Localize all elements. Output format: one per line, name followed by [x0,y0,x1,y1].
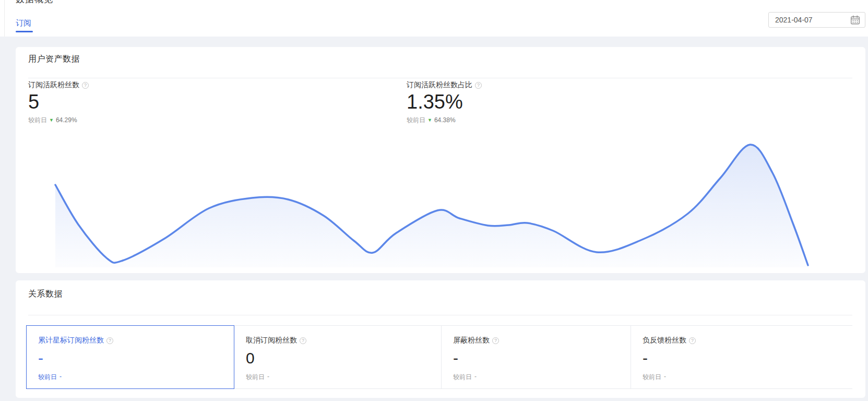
page: 数据概览 订阅 2021-04-07 用户资产数据 [0,0,868,401]
stat-box-label: 屏蔽粉丝数 [453,336,490,345]
card-divider [28,78,852,78]
help-icon[interactable]: ? [300,337,306,344]
stat-box-delta-label: 较前日 [246,373,265,382]
delta-value: 64.29% [56,116,77,124]
stat-box-value: - [453,350,631,367]
metric-value: 1.35% [407,92,482,113]
stat-box-unsubscribed[interactable]: 取消订阅粉丝数 ? 0 较前日 - [234,325,441,389]
stat-box-value: 0 [246,350,441,367]
stat-box-delta-label: 较前日 [453,373,472,382]
stat-box-value: - [38,350,234,367]
card-divider [28,315,852,315]
stat-box-starred-subscribers[interactable]: 累计星标订阅粉丝数 ? - 较前日 - [26,325,234,389]
stat-box-blocked[interactable]: 屏蔽粉丝数 ? - 较前日 - [441,325,631,389]
layout-divider [4,0,5,37]
stat-box-delta-value: - [474,373,477,382]
stat-box-delta-label: 较前日 [643,373,661,382]
help-icon[interactable]: ? [689,337,696,344]
stat-box-delta-value: - [60,373,62,382]
help-icon[interactable]: ? [475,82,482,89]
stat-box-delta-value: - [664,373,666,382]
delta-value: 64.38% [434,116,456,124]
stat-box-delta-label: 较前日 [38,373,57,382]
delta-label: 较前日 [407,116,425,125]
tab-active-underline [16,31,33,32]
stat-box-label: 取消订阅粉丝数 [246,336,297,345]
stat-box-delta-value: - [267,373,269,382]
relation-card-title: 关系数据 [28,289,63,300]
metric-active-fans-ratio: 订阅活跃粉丝数占比 ? 1.35% 较前日 ▼ 64.38% [407,80,482,125]
metric-value: 5 [28,92,89,113]
down-arrow-icon: ▼ [49,117,54,123]
date-picker[interactable]: 2021-04-07 [768,12,865,28]
help-icon[interactable]: ? [492,337,499,344]
tab-subscription-label: 订阅 [16,18,31,27]
metric-label: 订阅活跃粉丝数 [28,80,79,90]
metric-active-fans: 订阅活跃粉丝数 ? 5 较前日 ▼ 64.29% [28,80,89,125]
relation-card: 关系数据 累计星标订阅粉丝数 ? - 较前日 - 取消订阅粉丝数 ? 0 [16,280,865,398]
calendar-icon[interactable] [850,15,860,25]
stat-box-label: 负反馈粉丝数 [643,336,686,345]
help-icon[interactable]: ? [106,337,113,344]
user-assets-card: 用户资产数据 订阅活跃粉丝数 ? 5 较前日 ▼ 64.29% 订阅活跃粉丝数占… [16,47,865,273]
date-value[interactable]: 2021-04-07 [775,16,850,24]
stat-box-negative-feedback[interactable]: 负反馈粉丝数 ? - 较前日 - [631,325,852,389]
area-chart[interactable] [52,132,809,269]
relation-metric-row: 累计星标订阅粉丝数 ? - 较前日 - 取消订阅粉丝数 ? 0 较前日 - [26,325,852,389]
user-assets-card-title: 用户资产数据 [28,54,80,65]
tab-subscription[interactable]: 订阅 [16,18,31,28]
stat-box-label: 累计星标订阅粉丝数 [38,336,104,345]
stat-box-value: - [643,350,852,367]
help-icon[interactable]: ? [82,82,89,89]
down-arrow-icon: ▼ [427,117,432,123]
delta-label: 较前日 [28,116,47,125]
page-title: 数据概览 [16,0,53,5]
page-header: 数据概览 订阅 2021-04-07 [0,0,868,37]
metric-label: 订阅活跃粉丝数占比 [407,80,472,90]
